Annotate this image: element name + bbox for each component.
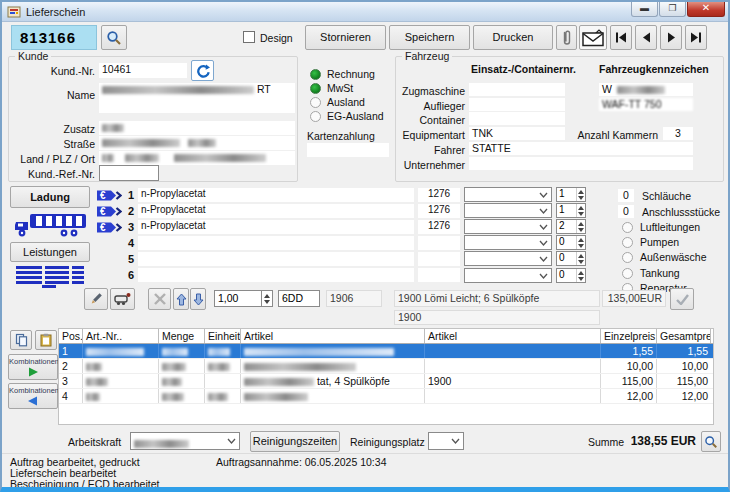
copy-button[interactable] — [10, 330, 32, 350]
spinner-arrows[interactable] — [576, 252, 585, 265]
table-row[interactable]: 2 10,00 10,00 — [59, 359, 713, 374]
auflieger-field[interactable] — [469, 98, 565, 111]
magnifier-icon — [704, 435, 718, 449]
strasse-field[interactable] — [99, 136, 295, 150]
cargo-combo[interactable] — [464, 187, 552, 202]
cargo-product-field[interactable]: n-Propylacetat — [138, 220, 414, 234]
equipment-edit-button[interactable] — [110, 288, 135, 310]
minimize-button[interactable]: ▬ — [631, 2, 658, 17]
cargo-combo[interactable] — [464, 251, 552, 266]
close-button[interactable]: ✕ — [687, 2, 725, 17]
ausland-radio[interactable] — [310, 97, 321, 108]
kartenzahlung-field[interactable] — [307, 143, 389, 157]
move-down-button[interactable] — [190, 288, 206, 310]
cell-artikel: tat, 4 Spülköpfe — [241, 374, 425, 388]
reinigungsplatz-dropdown[interactable] — [428, 432, 464, 450]
nav-last-button[interactable] — [685, 25, 707, 50]
spinner-arrows[interactable] — [576, 188, 585, 201]
cargo-un-field[interactable] — [418, 268, 460, 282]
cargo-qty-spinner[interactable]: 0 — [556, 268, 586, 283]
pumpen-radio[interactable] — [622, 237, 633, 248]
cargo-qty-spinner[interactable]: 1 — [556, 203, 586, 218]
tab-leistungen[interactable]: Leistungen — [10, 242, 90, 262]
zusatz-field[interactable] — [99, 121, 295, 135]
cargo-un-field[interactable]: 1276 — [418, 204, 460, 218]
arbeitskraft-dropdown[interactable] — [130, 432, 240, 450]
spinner-arrows[interactable] — [262, 291, 272, 306]
kennzeichen1-field[interactable]: W — [599, 83, 693, 96]
kundref-input[interactable] — [99, 165, 159, 181]
aussenwaesche-radio[interactable] — [622, 252, 633, 263]
cargo-row-number: 6 — [122, 269, 134, 281]
edit-button[interactable] — [84, 288, 108, 310]
mwst-radio[interactable] — [310, 83, 321, 94]
kammern-field[interactable]: 3 — [663, 127, 693, 140]
cargo-un-field[interactable] — [418, 236, 460, 250]
cargo-product-field[interactable]: n-Propylacetat — [138, 188, 414, 202]
stornieren-button[interactable]: Stornieren — [305, 25, 386, 50]
cargo-qty-spinner[interactable]: 0 — [556, 235, 586, 250]
cargo-qty-spinner[interactable]: 2 — [556, 219, 586, 234]
cargo-qty-spinner[interactable]: 1 — [556, 187, 586, 202]
nav-next-button[interactable] — [660, 25, 682, 50]
drucken-button[interactable]: Drucken — [473, 25, 553, 50]
land-plz-ort-field[interactable] — [99, 151, 295, 165]
menge-spinner[interactable] — [262, 290, 273, 307]
name-field[interactable]: RT — [99, 83, 295, 113]
move-up-button[interactable] — [173, 288, 189, 310]
cargo-un-field[interactable]: 1276 — [418, 188, 460, 202]
design-checkbox[interactable] — [243, 31, 255, 43]
cargo-qty-spinner[interactable]: 0 — [556, 251, 586, 266]
kombinationen-to-button[interactable]: Kombinationen — [8, 354, 58, 380]
cargo-combo[interactable] — [464, 235, 552, 250]
tab-ladung[interactable]: Ladung — [10, 186, 90, 208]
cargo-product-field[interactable]: n-Propylacetat — [138, 204, 414, 218]
maximize-button[interactable]: ❐ — [659, 2, 686, 17]
menge-field[interactable]: 1,00 — [214, 290, 262, 307]
cargo-combo[interactable] — [464, 268, 552, 283]
cargo-un-field[interactable]: 1276 — [418, 220, 460, 234]
refresh-customer-button[interactable] — [191, 60, 214, 81]
cargo-combo[interactable] — [464, 219, 552, 234]
cargo-un-field[interactable] — [418, 252, 460, 266]
container-field[interactable] — [469, 112, 565, 125]
fahrer-field[interactable]: STATTE — [469, 142, 693, 155]
spinner-arrows[interactable] — [576, 269, 585, 282]
table-row[interactable]: 3 tat, 4 Spülköpfe 1900 115,00 115,00 — [59, 374, 713, 389]
paste-button[interactable] — [35, 330, 57, 350]
zugmaschine-field[interactable] — [469, 83, 565, 96]
nav-first-button[interactable] — [610, 25, 632, 50]
equipmentart-field[interactable]: TNK — [469, 127, 565, 140]
send-mail-button[interactable] — [579, 25, 607, 50]
anschluss-count-field[interactable]: 0 — [618, 205, 634, 218]
code-field[interactable]: 6DD — [278, 290, 320, 307]
beschreibung-field: 1900 Lömi Leicht; 6 Spülköpfe — [394, 290, 600, 307]
table-row[interactable]: 4 12,00 12,00 — [59, 389, 713, 404]
kundnr-field[interactable]: 10461 — [99, 63, 187, 78]
cargo-product-field[interactable] — [138, 268, 414, 282]
kombinationen-from-button[interactable]: Kombinationen — [8, 383, 58, 409]
kennzeichen2-field[interactable]: WAF-TT 750 — [599, 98, 693, 111]
cargo-product-field[interactable] — [138, 236, 414, 250]
doc-number-field[interactable]: 813166 — [11, 25, 97, 50]
attachment-button[interactable] — [556, 25, 577, 50]
eg-ausland-radio[interactable] — [310, 111, 321, 122]
rechnung-radio[interactable] — [310, 69, 321, 80]
unternehmer-field[interactable] — [469, 157, 693, 170]
luftleitungen-radio[interactable] — [622, 222, 633, 233]
schlaeuche-count-field[interactable]: 0 — [618, 189, 634, 202]
aussenwaesche-label: Außenwäsche — [640, 251, 707, 263]
cargo-product-field[interactable] — [138, 252, 414, 266]
nav-prev-button[interactable] — [635, 25, 657, 50]
spinner-arrows[interactable] — [576, 204, 585, 217]
spinner-arrows[interactable] — [576, 236, 585, 249]
chevron-down-icon — [539, 240, 548, 246]
table-row[interactable]: 1 1,55 1,55 — [59, 344, 713, 359]
cargo-combo[interactable] — [464, 203, 552, 218]
spinner-arrows[interactable] — [576, 220, 585, 233]
summe-detail-button[interactable] — [701, 431, 721, 452]
speichern-button[interactable]: Speichern — [389, 25, 470, 50]
reinigungszeiten-button[interactable]: Reinigungszeiten — [250, 431, 340, 452]
tankung-radio[interactable] — [622, 268, 633, 279]
search-button[interactable] — [101, 25, 127, 50]
